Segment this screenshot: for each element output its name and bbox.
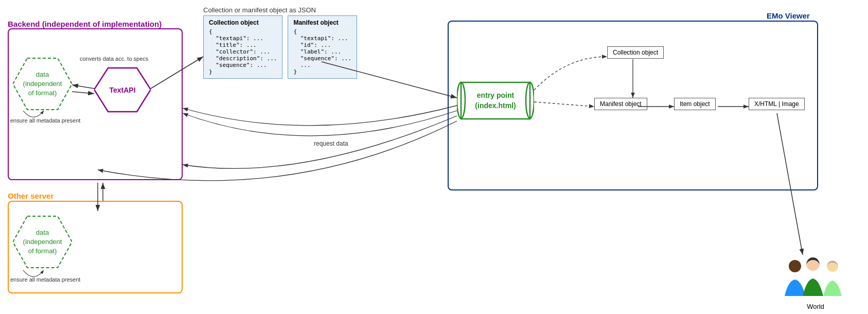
manifest-json-line2: "textapi": ... [293, 35, 351, 42]
collection-json-title: Collection object [209, 19, 277, 26]
collection-json-line4: "collector": ... [209, 48, 277, 55]
converts-text: converts data acc. to specs [80, 56, 148, 62]
collection-json-line7: } [209, 68, 277, 75]
manifest-json-line1: { [293, 28, 351, 35]
collection-object-label: Collection object [613, 49, 658, 56]
item-object-box: Item object [674, 98, 716, 110]
data-hex-backend: data(independentof format) [13, 56, 72, 114]
data-label-other: data(independentof format) [13, 214, 72, 270]
svg-point-6 [789, 260, 801, 272]
emo-viewer-label: EMo Viewer [767, 11, 810, 20]
collection-json-line5: "description": ... [209, 55, 277, 62]
xhtml-image-label: X/HTML | Image [754, 100, 799, 108]
backend-label: Backend (independent of implementation) [8, 20, 162, 28]
ensure-metadata-backend: ensure all metadata present [10, 117, 80, 124]
collection-object-box: Collection object [607, 46, 664, 59]
manifest-json-line6: ... [293, 62, 351, 68]
request-data-label: request data [314, 140, 348, 147]
textapi-hex: TextAPI [94, 65, 151, 116]
world-label: World [795, 303, 836, 310]
diagram-container: Backend (independent of implementation) … [0, 0, 868, 314]
manifest-object-label: Manifest object [600, 100, 642, 108]
collection-json-line6: "sequence": ... [209, 62, 277, 68]
manifest-json-line7: } [293, 68, 351, 75]
textapi-label: TextAPI [94, 65, 151, 114]
json-section: Collection object { "textapi": ... "titl… [203, 15, 357, 79]
collection-json-line1: { [209, 28, 277, 35]
manifest-json-box: Manifest object { "textapi": ... "id": .… [288, 15, 357, 79]
data-label-backend: data(independentof format) [13, 56, 72, 112]
manifest-object-box: Manifest object [594, 98, 647, 110]
manifest-json-line4: "label": ... [293, 48, 351, 55]
collection-json-line3: "title": ... [209, 42, 277, 48]
other-server-label: Other server [8, 191, 54, 200]
manifest-json-line5: "sequence": ... [293, 55, 351, 62]
entry-point: entry point(index.html) [457, 76, 534, 127]
data-hex-other: data(independentof format) [13, 214, 72, 272]
collection-json-line2: "textapi": ... [209, 35, 277, 42]
item-object-label: Item object [680, 100, 710, 108]
people-area [782, 255, 844, 301]
manifest-json-title: Manifest object [293, 19, 351, 26]
collection-json-box: Collection object { "textapi": ... "titl… [203, 15, 282, 79]
entry-point-label: entry point(index.html) [457, 76, 534, 125]
manifest-json-line3: "id": ... [293, 42, 351, 48]
json-header: Collection or manifest object as JSON [203, 6, 316, 14]
ensure-metadata-other: ensure all metadata present [10, 276, 80, 283]
xhtml-image-box: X/HTML | Image [749, 98, 805, 110]
